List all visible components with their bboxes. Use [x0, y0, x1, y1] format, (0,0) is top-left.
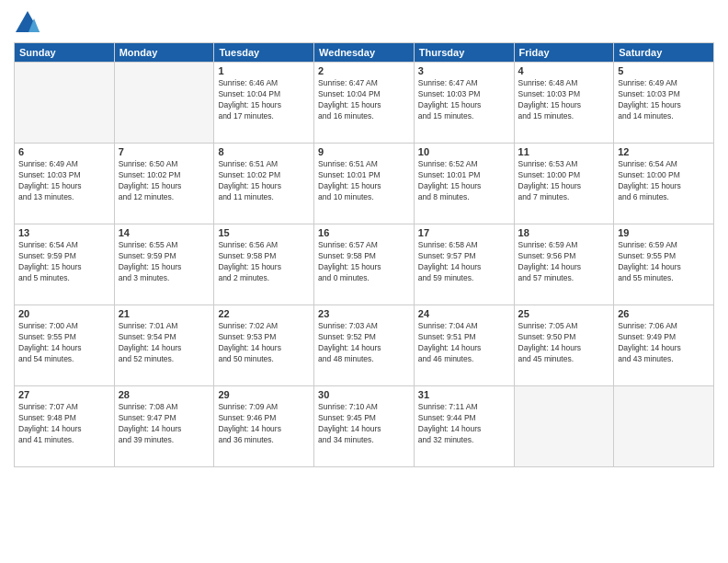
day-number: 5: [618, 65, 710, 76]
day-number: 6: [18, 146, 110, 157]
calendar-cell: 24Sunrise: 7:04 AM Sunset: 9:51 PM Dayli…: [414, 305, 514, 386]
day-info: Sunrise: 6:53 AM Sunset: 10:00 PM Daylig…: [518, 159, 610, 203]
day-number: 14: [119, 227, 210, 238]
calendar-week-5: 27Sunrise: 7:07 AM Sunset: 9:48 PM Dayli…: [15, 386, 714, 467]
calendar-cell: [514, 386, 614, 467]
day-number: 15: [218, 227, 310, 238]
day-info: Sunrise: 7:11 AM Sunset: 9:44 PM Dayligh…: [418, 402, 510, 446]
day-info: Sunrise: 7:00 AM Sunset: 9:55 PM Dayligh…: [18, 321, 110, 365]
calendar-cell: 16Sunrise: 6:57 AM Sunset: 9:58 PM Dayli…: [314, 224, 415, 305]
calendar-cell: 6Sunrise: 6:49 AM Sunset: 10:03 PM Dayli…: [15, 144, 115, 224]
day-number: 19: [618, 227, 710, 238]
calendar-cell: 18Sunrise: 6:59 AM Sunset: 9:56 PM Dayli…: [514, 224, 614, 305]
calendar-cell: 22Sunrise: 7:02 AM Sunset: 9:53 PM Dayli…: [214, 305, 314, 386]
calendar-cell: 7Sunrise: 6:50 AM Sunset: 10:02 PM Dayli…: [114, 144, 214, 224]
day-info: Sunrise: 7:03 AM Sunset: 9:52 PM Dayligh…: [318, 321, 410, 365]
col-header-friday: Friday: [514, 43, 614, 63]
calendar-cell: 31Sunrise: 7:11 AM Sunset: 9:44 PM Dayli…: [414, 386, 514, 467]
day-info: Sunrise: 6:59 AM Sunset: 9:55 PM Dayligh…: [618, 240, 710, 284]
day-number: 4: [518, 65, 610, 76]
calendar-cell: 15Sunrise: 6:56 AM Sunset: 9:58 PM Dayli…: [214, 224, 314, 305]
calendar-cell: 5Sunrise: 6:49 AM Sunset: 10:03 PM Dayli…: [614, 63, 714, 144]
day-number: 7: [119, 146, 210, 157]
calendar-cell: 28Sunrise: 7:08 AM Sunset: 9:47 PM Dayli…: [114, 386, 214, 467]
page: SundayMondayTuesdayWednesdayThursdayFrid…: [0, 0, 728, 563]
day-info: Sunrise: 7:07 AM Sunset: 9:48 PM Dayligh…: [18, 402, 110, 446]
day-number: 22: [218, 308, 310, 319]
day-info: Sunrise: 7:02 AM Sunset: 9:53 PM Dayligh…: [218, 321, 310, 365]
day-number: 26: [618, 308, 710, 319]
calendar-cell: 2Sunrise: 6:47 AM Sunset: 10:04 PM Dayli…: [314, 63, 415, 144]
day-info: Sunrise: 6:47 AM Sunset: 10:04 PM Daylig…: [318, 78, 410, 122]
day-info: Sunrise: 6:47 AM Sunset: 10:03 PM Daylig…: [418, 78, 510, 122]
day-number: 8: [218, 146, 310, 157]
calendar-cell: 30Sunrise: 7:10 AM Sunset: 9:45 PM Dayli…: [314, 386, 415, 467]
calendar-cell: 1Sunrise: 6:46 AM Sunset: 10:04 PM Dayli…: [214, 63, 314, 144]
day-number: 18: [518, 227, 610, 238]
calendar-cell: 9Sunrise: 6:51 AM Sunset: 10:01 PM Dayli…: [314, 144, 415, 224]
calendar-cell: 10Sunrise: 6:52 AM Sunset: 10:01 PM Dayl…: [414, 144, 514, 224]
calendar-week-4: 20Sunrise: 7:00 AM Sunset: 9:55 PM Dayli…: [15, 305, 714, 386]
day-info: Sunrise: 7:09 AM Sunset: 9:46 PM Dayligh…: [218, 402, 310, 446]
day-info: Sunrise: 6:46 AM Sunset: 10:04 PM Daylig…: [218, 78, 310, 122]
calendar-cell: 11Sunrise: 6:53 AM Sunset: 10:00 PM Dayl…: [514, 144, 614, 224]
day-number: 31: [418, 389, 510, 400]
day-number: 20: [18, 308, 110, 319]
calendar-cell: 4Sunrise: 6:48 AM Sunset: 10:03 PM Dayli…: [514, 63, 614, 144]
calendar-cell: [15, 63, 115, 144]
calendar-cell: 13Sunrise: 6:54 AM Sunset: 9:59 PM Dayli…: [15, 224, 115, 305]
logo-icon: [14, 9, 41, 37]
day-number: 2: [318, 65, 410, 76]
calendar-cell: 29Sunrise: 7:09 AM Sunset: 9:46 PM Dayli…: [214, 386, 314, 467]
day-number: 25: [518, 308, 610, 319]
col-header-monday: Monday: [114, 43, 214, 63]
day-number: 27: [18, 389, 110, 400]
day-info: Sunrise: 6:49 AM Sunset: 10:03 PM Daylig…: [618, 78, 710, 122]
calendar-cell: 21Sunrise: 7:01 AM Sunset: 9:54 PM Dayli…: [114, 305, 214, 386]
calendar-cell: 20Sunrise: 7:00 AM Sunset: 9:55 PM Dayli…: [15, 305, 115, 386]
day-number: 29: [218, 389, 310, 400]
col-header-tuesday: Tuesday: [214, 43, 314, 63]
calendar-week-3: 13Sunrise: 6:54 AM Sunset: 9:59 PM Dayli…: [15, 224, 714, 305]
calendar-cell: 19Sunrise: 6:59 AM Sunset: 9:55 PM Dayli…: [614, 224, 714, 305]
day-info: Sunrise: 7:01 AM Sunset: 9:54 PM Dayligh…: [119, 321, 210, 365]
day-number: 17: [418, 227, 510, 238]
day-number: 23: [318, 308, 410, 319]
day-info: Sunrise: 7:10 AM Sunset: 9:45 PM Dayligh…: [318, 402, 410, 446]
calendar-cell: 27Sunrise: 7:07 AM Sunset: 9:48 PM Dayli…: [15, 386, 115, 467]
day-info: Sunrise: 6:50 AM Sunset: 10:02 PM Daylig…: [119, 159, 210, 203]
col-header-wednesday: Wednesday: [314, 43, 415, 63]
day-info: Sunrise: 6:51 AM Sunset: 10:02 PM Daylig…: [218, 159, 310, 203]
day-number: 11: [518, 146, 610, 157]
day-number: 1: [218, 65, 310, 76]
day-info: Sunrise: 6:58 AM Sunset: 9:57 PM Dayligh…: [418, 240, 510, 284]
calendar-cell: 17Sunrise: 6:58 AM Sunset: 9:57 PM Dayli…: [414, 224, 514, 305]
day-number: 16: [318, 227, 410, 238]
calendar-cell: 12Sunrise: 6:54 AM Sunset: 10:00 PM Dayl…: [614, 144, 714, 224]
day-info: Sunrise: 7:05 AM Sunset: 9:50 PM Dayligh…: [518, 321, 610, 365]
day-number: 24: [418, 308, 510, 319]
calendar-cell: [614, 386, 714, 467]
day-info: Sunrise: 6:54 AM Sunset: 9:59 PM Dayligh…: [18, 240, 110, 284]
day-info: Sunrise: 6:51 AM Sunset: 10:01 PM Daylig…: [318, 159, 410, 203]
calendar-cell: [114, 63, 214, 144]
day-info: Sunrise: 6:56 AM Sunset: 9:58 PM Dayligh…: [218, 240, 310, 284]
day-info: Sunrise: 7:08 AM Sunset: 9:47 PM Dayligh…: [119, 402, 210, 446]
day-info: Sunrise: 6:57 AM Sunset: 9:58 PM Dayligh…: [318, 240, 410, 284]
day-info: Sunrise: 6:55 AM Sunset: 9:59 PM Dayligh…: [119, 240, 210, 284]
col-header-thursday: Thursday: [414, 43, 514, 63]
calendar-week-1: 1Sunrise: 6:46 AM Sunset: 10:04 PM Dayli…: [15, 63, 714, 144]
day-info: Sunrise: 6:52 AM Sunset: 10:01 PM Daylig…: [418, 159, 510, 203]
day-info: Sunrise: 6:54 AM Sunset: 10:00 PM Daylig…: [618, 159, 710, 203]
col-header-sunday: Sunday: [15, 43, 115, 63]
calendar-cell: 14Sunrise: 6:55 AM Sunset: 9:59 PM Dayli…: [114, 224, 214, 305]
day-number: 28: [119, 389, 210, 400]
logo: [14, 9, 45, 37]
day-number: 21: [119, 308, 210, 319]
calendar-cell: 26Sunrise: 7:06 AM Sunset: 9:49 PM Dayli…: [614, 305, 714, 386]
day-number: 30: [318, 389, 410, 400]
day-number: 3: [418, 65, 510, 76]
calendar-cell: 3Sunrise: 6:47 AM Sunset: 10:03 PM Dayli…: [414, 63, 514, 144]
calendar-cell: 23Sunrise: 7:03 AM Sunset: 9:52 PM Dayli…: [314, 305, 415, 386]
col-header-saturday: Saturday: [614, 43, 714, 63]
